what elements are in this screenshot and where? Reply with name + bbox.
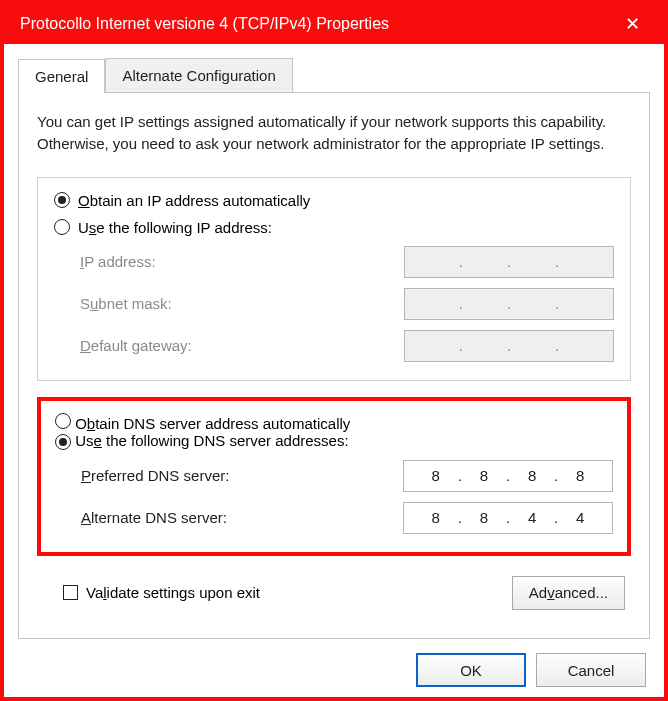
ip-group: Obtain an IP address automatically Use t… xyxy=(37,177,631,381)
content-area: General Alternate Configuration You can … xyxy=(4,44,664,697)
radio-obtain-dns-auto-label: Obtain DNS server address automatically xyxy=(75,415,350,432)
radio-icon xyxy=(54,192,70,208)
window: Protocollo Internet versione 4 (TCP/IPv4… xyxy=(4,4,664,697)
subnet-row: Subnet mask: . . . xyxy=(80,288,614,320)
radio-use-dns[interactable]: Use the following DNS server addresses: xyxy=(55,432,613,450)
ip-octet[interactable]: 8 xyxy=(466,509,502,526)
bottom-row: Validate settings upon exit Advanced... xyxy=(63,576,625,610)
preferred-dns-input[interactable]: 8. 8. 8. 8 xyxy=(403,460,613,492)
window-title: Protocollo Internet versione 4 (TCP/IPv4… xyxy=(20,15,389,33)
subnet-input: . . . xyxy=(404,288,614,320)
gateway-label: Default gateway: xyxy=(80,337,192,354)
alternate-dns-input[interactable]: 8. 8. 4. 4 xyxy=(403,502,613,534)
cancel-button[interactable]: Cancel xyxy=(536,653,646,687)
ip-octet[interactable]: 8 xyxy=(562,467,598,484)
validate-checkbox-wrap[interactable]: Validate settings upon exit xyxy=(63,584,260,601)
intro-text: You can get IP settings assigned automat… xyxy=(37,111,631,155)
ip-octet[interactable]: 4 xyxy=(514,509,550,526)
validate-label: Validate settings upon exit xyxy=(86,584,260,601)
radio-obtain-dns-auto[interactable]: Obtain DNS server address automatically xyxy=(55,413,613,432)
ip-octet[interactable]: 8 xyxy=(466,467,502,484)
radio-obtain-ip-auto[interactable]: Obtain an IP address automatically xyxy=(54,192,614,209)
tab-strip: General Alternate Configuration xyxy=(18,58,650,92)
radio-use-ip-label: Use the following IP address: xyxy=(78,219,272,236)
preferred-dns-label: Preferred DNS server: xyxy=(81,467,229,484)
radio-icon xyxy=(54,219,70,235)
radio-obtain-ip-auto-label: Obtain an IP address automatically xyxy=(78,192,310,209)
alternate-dns-label: Alternate DNS server: xyxy=(81,509,227,526)
subnet-label: Subnet mask: xyxy=(80,295,172,312)
tab-general[interactable]: General xyxy=(18,59,105,93)
checkbox-icon xyxy=(63,585,78,600)
ip-address-row: IP address: . . . xyxy=(80,246,614,278)
radio-use-ip[interactable]: Use the following IP address: xyxy=(54,219,614,236)
general-panel: You can get IP settings assigned automat… xyxy=(18,92,650,639)
titlebar: Protocollo Internet versione 4 (TCP/IPv4… xyxy=(4,4,664,44)
dns-highlight-box: Obtain DNS server address automatically … xyxy=(37,397,631,556)
ip-octet[interactable]: 8 xyxy=(418,509,454,526)
ip-address-input: . . . xyxy=(404,246,614,278)
tab-alternate-configuration[interactable]: Alternate Configuration xyxy=(105,58,292,92)
radio-icon xyxy=(55,413,71,429)
advanced-button[interactable]: Advanced... xyxy=(512,576,625,610)
gateway-input: . . . xyxy=(404,330,614,362)
dialog-buttons: OK Cancel xyxy=(18,639,650,687)
radio-icon xyxy=(55,434,71,450)
ip-octet[interactable]: 4 xyxy=(562,509,598,526)
radio-use-dns-label: Use the following DNS server addresses: xyxy=(75,432,348,449)
preferred-dns-row: Preferred DNS server: 8. 8. 8. 8 xyxy=(81,460,613,492)
close-icon[interactable]: ✕ xyxy=(615,7,650,41)
gateway-row: Default gateway: . . . xyxy=(80,330,614,362)
ok-button[interactable]: OK xyxy=(416,653,526,687)
ip-octet[interactable]: 8 xyxy=(418,467,454,484)
ip-address-label: IP address: xyxy=(80,253,156,270)
ip-octet[interactable]: 8 xyxy=(514,467,550,484)
alternate-dns-row: Alternate DNS server: 8. 8. 4. 4 xyxy=(81,502,613,534)
